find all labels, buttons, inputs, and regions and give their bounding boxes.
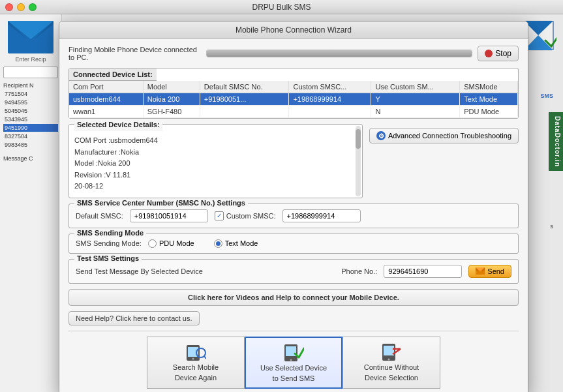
detail-line-2: Manufacturer :Nokia bbox=[74, 147, 352, 158]
row1-com-port: usbmodem644 bbox=[69, 93, 143, 106]
send-envelope-icon bbox=[476, 267, 485, 275]
text-mode-label: Text Mode bbox=[225, 239, 258, 247]
num-8327504: 8327504 bbox=[3, 132, 58, 140]
text-mode-radio[interactable]: Text Mode bbox=[214, 239, 258, 248]
maximize-button[interactable] bbox=[29, 3, 37, 11]
col-custom-smsc: Custom SMSC... bbox=[289, 81, 371, 93]
progress-bar bbox=[206, 50, 472, 57]
custom-smsc-checkbox-wrap: ✓ Custom SMSC: bbox=[215, 211, 276, 220]
svg-rect-23 bbox=[384, 346, 394, 355]
num-5045045: 5045045 bbox=[3, 107, 58, 115]
search-mobile-icon bbox=[185, 342, 206, 361]
use-selected-device-button[interactable]: Use Selected Device to Send SMS bbox=[245, 337, 342, 389]
need-help-area: Need Help? Click here to contact us. bbox=[68, 311, 519, 331]
progress-bar-fill bbox=[207, 50, 472, 57]
col-default-smsc: Default SMSC No. bbox=[200, 81, 289, 93]
col-model: Model bbox=[143, 81, 200, 93]
device-list-section: Connected Device List: Com Port Model De… bbox=[68, 68, 519, 119]
app-background: Enter Recip Recipient N 7751504 9494595 … bbox=[0, 14, 563, 392]
send-label: Send bbox=[487, 267, 504, 275]
use-device-icon bbox=[283, 343, 304, 361]
default-smsc-label: Default SMSC: bbox=[76, 212, 123, 220]
advanced-icon: ⚙ bbox=[376, 131, 386, 140]
sending-mode-row: SMS Sending Mode: PDU Mode Text Mode bbox=[76, 239, 511, 248]
num-9983485: 9983485 bbox=[3, 141, 58, 149]
test-sms-label: Test SMS Settings bbox=[74, 254, 142, 262]
svg-point-24 bbox=[388, 358, 390, 360]
close-button[interactable] bbox=[5, 3, 13, 11]
recipient-input[interactable] bbox=[3, 67, 58, 78]
phone-input[interactable] bbox=[384, 265, 462, 278]
sms-label: SMS bbox=[540, 93, 553, 99]
phone-no-label: Phone No.: bbox=[341, 267, 377, 275]
row2-custom-smsc bbox=[289, 106, 371, 118]
scrollbar[interactable] bbox=[356, 126, 361, 196]
detail-line-4: Revision :V 11.81 bbox=[74, 170, 352, 181]
use-device-label1: Use Selected Device bbox=[260, 364, 327, 372]
advanced-connection-button[interactable]: ⚙ Advanced Connection Troubleshooting bbox=[369, 128, 519, 143]
row2-use-custom: N bbox=[371, 106, 460, 118]
pdu-mode-radio[interactable]: PDU Mode bbox=[148, 239, 194, 248]
row2-default-smsc bbox=[200, 106, 289, 118]
details-row: Selected Device Details: COM Port :usbmo… bbox=[68, 124, 519, 198]
row1-model: Nokia 200 bbox=[143, 93, 200, 106]
bottom-buttons: Search Mobile Device Again Use Selected … bbox=[68, 331, 519, 389]
stop-icon bbox=[485, 50, 493, 57]
svg-point-21 bbox=[290, 359, 292, 361]
smsc-settings-row: Default SMSC: ✓ Custom SMSC: bbox=[76, 209, 511, 222]
num-7751504: 7751504 bbox=[3, 90, 58, 98]
continue-without-button[interactable]: Continue Without Device Selection bbox=[342, 337, 440, 389]
row2-com-port: wwan1 bbox=[69, 106, 143, 118]
app-title: DRPU Bulk SMS bbox=[252, 3, 311, 12]
svg-line-18 bbox=[204, 356, 206, 359]
search-mobile-label: Search Mobile bbox=[173, 363, 219, 371]
sending-mode-label: SMS Sending Mode bbox=[74, 229, 146, 237]
table-row[interactable]: usbmodem644 Nokia 200 +91980051... +1986… bbox=[69, 93, 518, 106]
num-9494595: 9494595 bbox=[3, 98, 58, 106]
default-smsc-input[interactable] bbox=[130, 209, 208, 222]
selected-device-details: Selected Device Details: COM Port :usbmo… bbox=[68, 124, 363, 198]
details-box: Selected Device Details: COM Port :usbmo… bbox=[68, 124, 363, 198]
test-sms-group: Test SMS Settings Send Test Message By S… bbox=[68, 259, 519, 284]
custom-smsc-checkbox[interactable]: ✓ bbox=[215, 211, 224, 220]
text-radio-outer bbox=[214, 239, 222, 248]
sms-sending-mode-label: SMS Sending Mode: bbox=[76, 239, 142, 247]
row1-sms-mode: Text Mode bbox=[460, 93, 518, 106]
text-radio-inner bbox=[216, 241, 221, 246]
continue-label2: Device Selection bbox=[365, 374, 418, 382]
row2-sms-mode: PDU Mode bbox=[460, 106, 518, 118]
svg-point-16 bbox=[192, 357, 194, 359]
enter-recip-label: Enter Recip bbox=[0, 56, 61, 63]
table-header-row: Com Port Model Default SMSC No. Custom S… bbox=[69, 81, 518, 93]
search-mobile-label2: Device Again bbox=[175, 374, 217, 382]
s-label: s bbox=[551, 223, 554, 230]
connection-wizard-dialog: Mobile Phone Connection Wizard Finding M… bbox=[59, 21, 528, 392]
stop-button[interactable]: Stop bbox=[478, 46, 519, 61]
search-mobile-button[interactable]: Search Mobile Device Again bbox=[147, 337, 245, 389]
recipient-n-label: Recipient N bbox=[3, 82, 58, 89]
sending-mode-group: SMS Sending Mode SMS Sending Mode: PDU M… bbox=[68, 234, 519, 254]
details-label: Selected Device Details: bbox=[74, 119, 162, 131]
progress-row: Finding Mobile Phone Device connected to… bbox=[68, 46, 519, 61]
table-row[interactable]: wwan1 SGH-F480 N PDU Mode bbox=[69, 106, 518, 118]
pdu-radio-outer bbox=[148, 239, 157, 248]
num-9451990-selected: 9451990 bbox=[3, 124, 58, 132]
detail-line-5: 20-08-12 bbox=[74, 181, 352, 192]
advanced-btn-wrap: ⚙ Advanced Connection Troubleshooting bbox=[369, 124, 519, 198]
row1-use-custom: Y bbox=[371, 93, 460, 106]
custom-smsc-input[interactable] bbox=[282, 209, 361, 222]
advanced-label: Advanced Connection Troubleshooting bbox=[388, 132, 511, 140]
send-button[interactable]: Send bbox=[468, 265, 511, 278]
left-panel: Enter Recip Recipient N 7751504 9494595 … bbox=[0, 14, 62, 392]
detail-line-3: Model :Nokia 200 bbox=[74, 158, 352, 170]
row1-custom-smsc: +19868999914 bbox=[289, 93, 371, 106]
title-bar: DRPU Bulk SMS bbox=[0, 0, 563, 14]
need-help-button[interactable]: Need Help? Click here to contact us. bbox=[68, 311, 200, 325]
row2-model: SGH-F480 bbox=[143, 106, 200, 118]
window-controls bbox=[5, 3, 37, 11]
minimize-button[interactable] bbox=[17, 3, 25, 11]
send-test-label: Send Test Message By Selected Device bbox=[76, 267, 203, 275]
video-help-button[interactable]: Click here for Videos and Help to connec… bbox=[68, 289, 519, 306]
row1-default-smsc: +91980051... bbox=[200, 93, 289, 106]
smsc-settings-label: SMS Service Center Number (SMSC No.) Set… bbox=[74, 199, 248, 207]
